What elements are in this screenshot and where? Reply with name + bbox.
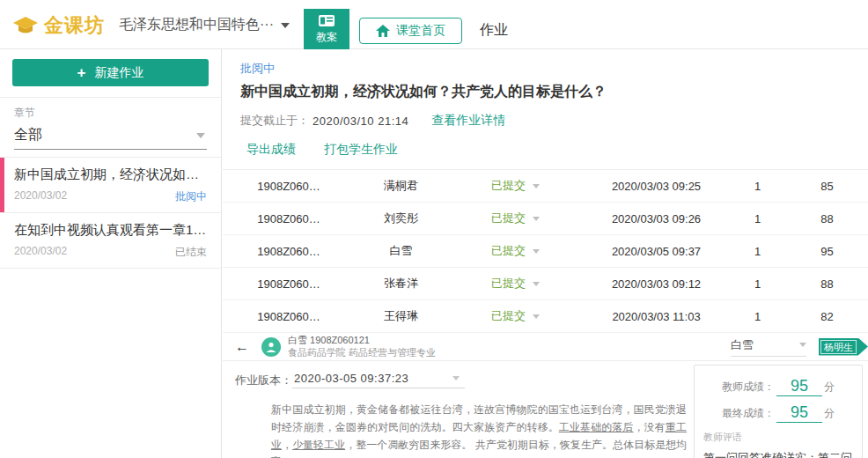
student-name-cell: 王得琳 <box>355 308 447 324</box>
submission-status-dropdown[interactable]: 已提交 <box>447 276 584 292</box>
student-id-cell: 1908Z060… <box>223 277 355 291</box>
submission-status-label: 已提交 <box>491 276 526 292</box>
submit-count-cell: 1 <box>729 277 786 291</box>
student-detail-body: 作业版本： 2020-03-05 09:37:23 新中国成立初期，黄金储备都被… <box>223 361 868 458</box>
student-select-value: 白雪 <box>731 337 754 353</box>
assignment-item-status: 批阅中 <box>175 189 207 204</box>
student-info: 白雪 1908Z060121 食品药品学院 药品经营与管理专业 <box>288 335 436 359</box>
person-icon <box>265 341 277 353</box>
submission-status-dropdown[interactable]: 已提交 <box>447 243 584 259</box>
chevron-down-icon <box>799 343 806 347</box>
submit-count-cell: 1 <box>729 310 786 323</box>
chapter-select[interactable]: 全部 <box>14 122 207 150</box>
essay-text: 新中国成立初期，黄金储备都被运往台湾，连故宫博物院的国宝也运到台湾，国民党溃退时… <box>271 402 687 458</box>
lesson-plan-tab-label: 教案 <box>316 30 337 45</box>
homework-version-row: 作业版本： 2020-03-05 09:37:23 <box>235 372 465 388</box>
score-cell: 85 <box>786 180 868 193</box>
teacher-score-label: 教师成绩： <box>722 380 775 396</box>
sidebar-assignment-item-2[interactable]: 在知到中视频认真观看第一章1… 2020/03/02 已结束 <box>0 212 221 269</box>
home-icon <box>376 25 390 37</box>
plus-icon: + <box>77 65 86 80</box>
chevron-down-icon <box>196 133 205 138</box>
final-score-label: 最终成绩： <box>722 406 775 423</box>
chevron-down-icon <box>533 249 540 254</box>
lesson-board-icon <box>318 14 335 27</box>
brand-logo: 金课坊 <box>12 12 105 39</box>
submission-status-label: 已提交 <box>491 178 526 194</box>
teacher-name: 杨明生 <box>820 340 857 354</box>
submit-time-cell: 2020/03/03 09:25 <box>584 180 729 193</box>
assignment-header: 批阅中 新中国成立初期，经济状况如何？共产党人的目标是什么？ 提交截止于： 20… <box>223 49 868 169</box>
classroom-home-button[interactable]: 课堂首页 <box>359 18 462 44</box>
student-id-cell: 1908Z060… <box>223 310 355 323</box>
score-cell: 88 <box>786 212 868 225</box>
new-assignment-label: 新建作业 <box>94 65 143 81</box>
student-id-cell: 1908Z060… <box>223 180 355 193</box>
teacher-tag-ribbon[interactable]: 杨明生 <box>819 338 868 356</box>
course-switcher[interactable]: 毛泽东思想和中国特色··· <box>119 16 290 34</box>
submission-status-dropdown[interactable]: 已提交 <box>447 308 584 324</box>
assignment-title: 新中国成立初期，经济状况如何？共产党人的目标是什么？ <box>240 83 850 101</box>
deadline-value: 2020/03/10 21:14 <box>313 114 408 128</box>
sidebar-assignment-item-1[interactable]: 新中国成立初期，经济状况如… 2020/03/02 批阅中 <box>0 157 221 212</box>
submission-status-label: 已提交 <box>491 243 526 259</box>
graduation-cap-icon <box>12 15 39 36</box>
student-avatar <box>261 337 281 357</box>
export-scores-link[interactable]: 导出成绩 <box>246 142 296 158</box>
submission-status-dropdown[interactable]: 已提交 <box>447 178 584 194</box>
version-value: 2020-03-05 09:37:23 <box>294 372 408 385</box>
new-assignment-button[interactable]: + 新建作业 <box>12 59 209 86</box>
teacher-comment-label: 教师评语 <box>703 431 853 444</box>
chapter-selected-value: 全部 <box>14 126 42 144</box>
teacher-score-input[interactable]: 95 <box>776 378 822 396</box>
submission-status-dropdown[interactable]: 已提交 <box>447 211 584 226</box>
package-student-homework-link[interactable]: 打包学生作业 <box>324 142 398 158</box>
main-panel: 批阅中 新中国成立初期，经济状况如何？共产党人的目标是什么？ 提交截止于： 20… <box>223 49 868 458</box>
assignment-item-status: 已结束 <box>175 245 207 260</box>
deadline-label: 提交截止于： <box>240 113 309 129</box>
final-score-input[interactable]: 95 <box>776 404 822 423</box>
student-select-dropdown[interactable]: 白雪 <box>731 337 806 357</box>
table-row[interactable]: 1908Z060… 王得琳 已提交 2020/03/03 11:03 1 82 <box>223 300 868 333</box>
chapter-filter: 章节 全部 <box>0 98 221 157</box>
assignment-item-date: 2020/03/02 <box>14 245 67 260</box>
score-cell: 82 <box>786 310 868 323</box>
student-college-major: 食品药品学院 药品经营与管理专业 <box>288 347 436 359</box>
chevron-down-icon <box>452 376 460 380</box>
logo-text: 金课坊 <box>44 12 105 39</box>
table-row[interactable]: 1908Z060… 白雪 已提交 2020/03/05 09:37 1 95 <box>223 235 868 268</box>
version-select-dropdown[interactable]: 2020-03-05 09:37:23 <box>292 372 465 388</box>
chevron-down-icon <box>533 217 540 221</box>
top-header: 金课坊 毛泽东思想和中国特色··· 教案 课堂首页 作业 <box>0 0 868 49</box>
lesson-plan-tab[interactable]: 教案 <box>304 9 349 49</box>
submit-count-cell: 1 <box>729 180 786 193</box>
assignment-item-date: 2020/03/02 <box>14 189 67 204</box>
chevron-down-icon <box>533 184 540 188</box>
submit-time-cell: 2020/03/03 11:03 <box>584 310 729 323</box>
classroom-home-label: 课堂首页 <box>396 23 445 39</box>
submit-time-cell: 2020/03/03 09:12 <box>584 277 729 291</box>
grading-card: 教师成绩： 95 分 最终成绩： 95 分 教师评语 第一问回答准确详实；第二问… <box>694 365 863 458</box>
table-row[interactable]: 1908Z060… 刘奕彤 已提交 2020/03/03 09:26 1 88 <box>223 203 868 235</box>
submission-status-label: 已提交 <box>491 308 526 324</box>
view-assignment-details-link[interactable]: 查看作业详情 <box>431 113 505 129</box>
submit-time-cell: 2020/03/03 09:26 <box>584 212 729 225</box>
student-detail-header: ← 白雪 1908Z060121 食品药品学院 药品经营与管理专业 白雪 杨明生 <box>223 333 868 361</box>
assignment-status-badge: 批阅中 <box>240 61 850 77</box>
score-unit: 分 <box>824 380 835 396</box>
submission-status-label: 已提交 <box>491 211 526 226</box>
table-row[interactable]: 1908Z060… 张春洋 已提交 2020/03/03 09:12 1 88 <box>223 268 868 300</box>
version-label: 作业版本： <box>235 373 292 388</box>
nav-homework[interactable]: 作业 <box>480 21 508 40</box>
assignment-item-title: 在知到中视频认真观看第一章1… <box>14 222 208 239</box>
chevron-down-icon <box>533 282 540 286</box>
student-name-cell: 满桐君 <box>355 178 447 194</box>
table-row[interactable]: 1908Z060… 满桐君 已提交 2020/03/03 09:25 1 85 <box>223 170 868 203</box>
student-name-cell: 白雪 <box>355 243 447 259</box>
score-cell: 88 <box>786 277 868 291</box>
back-arrow-icon[interactable]: ← <box>235 339 249 355</box>
student-id-cell: 1908Z060… <box>223 245 355 258</box>
score-cell: 95 <box>786 245 868 258</box>
chevron-down-icon <box>281 23 290 28</box>
course-title: 毛泽东思想和中国特色··· <box>119 16 274 34</box>
